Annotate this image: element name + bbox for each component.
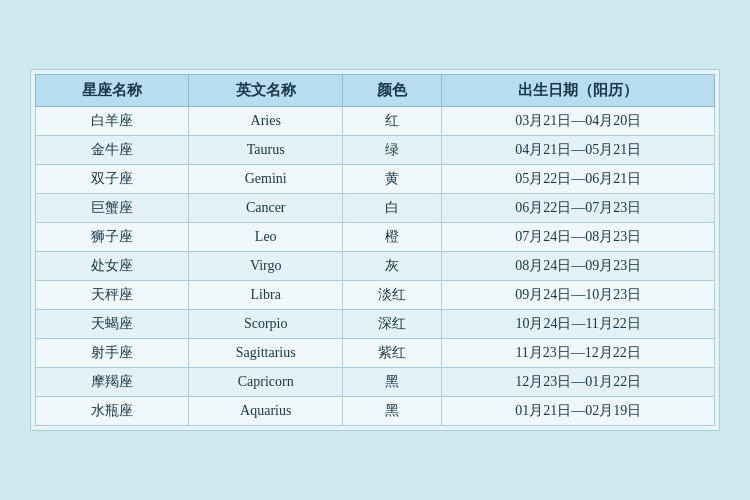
- table-row: 天蝎座Scorpio深红10月24日—11月22日: [36, 310, 715, 339]
- column-header-0: 星座名称: [36, 75, 189, 107]
- table-cell-6-1: Libra: [189, 281, 342, 310]
- table-header-row: 星座名称英文名称颜色出生日期（阳历）: [36, 75, 715, 107]
- table-row: 巨蟹座Cancer白06月22日—07月23日: [36, 194, 715, 223]
- table-row: 天秤座Libra淡红09月24日—10月23日: [36, 281, 715, 310]
- table-cell-8-3: 11月23日—12月22日: [442, 339, 715, 368]
- table-row: 金牛座Taurus绿04月21日—05月21日: [36, 136, 715, 165]
- table-cell-5-3: 08月24日—09月23日: [442, 252, 715, 281]
- table-cell-6-2: 淡红: [342, 281, 441, 310]
- table-cell-9-2: 黑: [342, 368, 441, 397]
- table-cell-8-0: 射手座: [36, 339, 189, 368]
- table-cell-4-1: Leo: [189, 223, 342, 252]
- zodiac-table-wrapper: 星座名称英文名称颜色出生日期（阳历） 白羊座Aries红03月21日—04月20…: [30, 69, 720, 431]
- table-cell-7-1: Scorpio: [189, 310, 342, 339]
- table-cell-0-0: 白羊座: [36, 107, 189, 136]
- zodiac-table: 星座名称英文名称颜色出生日期（阳历） 白羊座Aries红03月21日—04月20…: [35, 74, 715, 426]
- table-cell-3-1: Cancer: [189, 194, 342, 223]
- table-row: 双子座Gemini黄05月22日—06月21日: [36, 165, 715, 194]
- table-row: 摩羯座Capricorn黑12月23日—01月22日: [36, 368, 715, 397]
- table-cell-8-1: Sagittarius: [189, 339, 342, 368]
- table-cell-3-3: 06月22日—07月23日: [442, 194, 715, 223]
- column-header-1: 英文名称: [189, 75, 342, 107]
- table-cell-0-3: 03月21日—04月20日: [442, 107, 715, 136]
- table-row: 射手座Sagittarius紫红11月23日—12月22日: [36, 339, 715, 368]
- table-cell-2-0: 双子座: [36, 165, 189, 194]
- column-header-3: 出生日期（阳历）: [442, 75, 715, 107]
- table-cell-2-2: 黄: [342, 165, 441, 194]
- table-cell-10-0: 水瓶座: [36, 397, 189, 426]
- table-cell-10-2: 黑: [342, 397, 441, 426]
- column-header-2: 颜色: [342, 75, 441, 107]
- table-cell-10-1: Aquarius: [189, 397, 342, 426]
- table-cell-10-3: 01月21日—02月19日: [442, 397, 715, 426]
- table-cell-4-2: 橙: [342, 223, 441, 252]
- table-row: 处女座Virgo灰08月24日—09月23日: [36, 252, 715, 281]
- table-row: 白羊座Aries红03月21日—04月20日: [36, 107, 715, 136]
- table-cell-9-1: Capricorn: [189, 368, 342, 397]
- table-cell-1-2: 绿: [342, 136, 441, 165]
- table-cell-2-3: 05月22日—06月21日: [442, 165, 715, 194]
- table-cell-1-0: 金牛座: [36, 136, 189, 165]
- table-cell-6-3: 09月24日—10月23日: [442, 281, 715, 310]
- table-cell-8-2: 紫红: [342, 339, 441, 368]
- table-cell-0-1: Aries: [189, 107, 342, 136]
- table-cell-9-0: 摩羯座: [36, 368, 189, 397]
- table-row: 狮子座Leo橙07月24日—08月23日: [36, 223, 715, 252]
- table-cell-3-0: 巨蟹座: [36, 194, 189, 223]
- table-cell-4-3: 07月24日—08月23日: [442, 223, 715, 252]
- table-cell-5-1: Virgo: [189, 252, 342, 281]
- table-cell-1-1: Taurus: [189, 136, 342, 165]
- table-cell-9-3: 12月23日—01月22日: [442, 368, 715, 397]
- table-cell-7-2: 深红: [342, 310, 441, 339]
- table-cell-1-3: 04月21日—05月21日: [442, 136, 715, 165]
- table-cell-2-1: Gemini: [189, 165, 342, 194]
- table-cell-0-2: 红: [342, 107, 441, 136]
- table-cell-6-0: 天秤座: [36, 281, 189, 310]
- table-cell-5-0: 处女座: [36, 252, 189, 281]
- table-cell-4-0: 狮子座: [36, 223, 189, 252]
- table-cell-7-0: 天蝎座: [36, 310, 189, 339]
- table-cell-7-3: 10月24日—11月22日: [442, 310, 715, 339]
- table-cell-3-2: 白: [342, 194, 441, 223]
- table-cell-5-2: 灰: [342, 252, 441, 281]
- table-row: 水瓶座Aquarius黑01月21日—02月19日: [36, 397, 715, 426]
